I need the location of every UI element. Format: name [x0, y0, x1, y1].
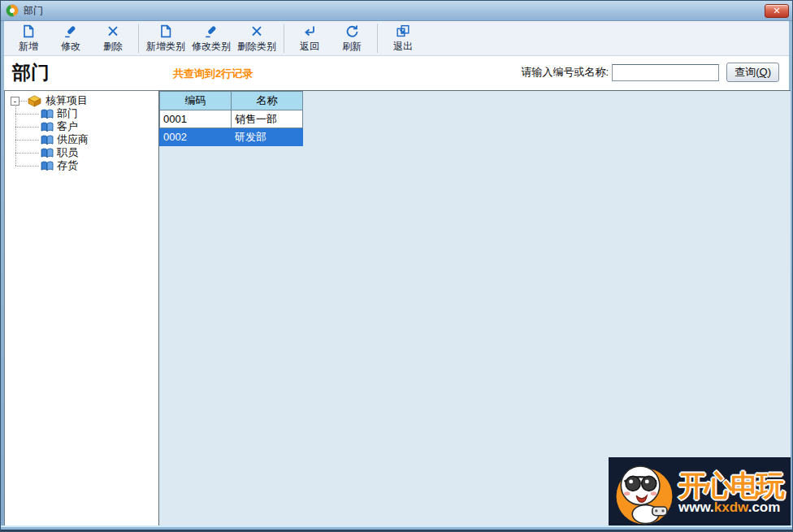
tree-node-supplier[interactable]: 供应商 [5, 133, 158, 146]
titlebar: 部门 ✕ [1, 1, 792, 21]
toolbar: 新增 修改 删除 新增类别 修改 [4, 21, 789, 56]
toolbar-button-edit-category[interactable]: 修改类别 [188, 22, 234, 55]
table-row[interactable]: 0001 销售一部 [160, 110, 303, 128]
tree-node-root[interactable]: - 核算项目 [5, 94, 158, 107]
toolbar-button-new-category[interactable]: 新增类别 [143, 22, 188, 55]
department-table: 编码 名称 0001 销售一部 0002 研发部 [159, 91, 303, 146]
header-band: 部门 共查询到2行记录 请输入编号或名称: 查询(Q) [4, 56, 789, 90]
close-button[interactable]: ✕ [765, 4, 789, 18]
edit-icon [63, 24, 79, 39]
accounting-items-tree: - 核算项目 部门 [5, 91, 158, 172]
window-bottom-border [1, 526, 792, 531]
search-input[interactable] [612, 64, 719, 81]
watermark-url-domain: kxdw [714, 500, 748, 515]
watermark-url: www.kxdw.com [678, 500, 782, 514]
back-icon [301, 24, 318, 39]
toolbar-button-label: 返回 [300, 40, 319, 54]
toolbar-separator [138, 24, 139, 53]
app-logo-icon [6, 4, 19, 17]
toolbar-separator [377, 24, 378, 53]
tree-node-staff[interactable]: 职员 [5, 146, 158, 159]
watermark-url-tld: .com [748, 500, 781, 515]
refresh-icon [344, 24, 360, 39]
watermark-url-www: www. [678, 500, 714, 515]
column-header-code[interactable]: 编码 [160, 92, 232, 110]
watermark-text: 开心电玩 www.kxdw.com [678, 471, 782, 514]
cell-name[interactable]: 销售一部 [232, 110, 303, 128]
toolbar-button-label: 新增类别 [146, 40, 185, 54]
delete-category-icon [249, 24, 265, 39]
toolbar-button-refresh[interactable]: 刷新 [331, 22, 373, 55]
tree-collapse-toggle[interactable]: - [11, 97, 20, 106]
tree-connector-line [20, 101, 27, 102]
table-row-selected[interactable]: 0002 研发部 [160, 128, 303, 146]
book-icon [41, 122, 54, 132]
cell-name[interactable]: 研发部 [232, 128, 303, 146]
delete-icon [105, 24, 121, 39]
book-icon [41, 135, 54, 145]
query-button-label: ) [768, 66, 771, 78]
toolbar-button-label: 新增 [19, 40, 38, 54]
toolbar-button-delete-category[interactable]: 删除类别 [234, 22, 280, 55]
toolbar-button-label: 修改 [61, 40, 80, 54]
toolbar-button-exit[interactable]: 退出 [382, 22, 424, 55]
tree-node-label: 存货 [57, 158, 78, 173]
query-button-hotkey: Q [760, 66, 768, 78]
record-count-status: 共查询到2行记录 [173, 67, 253, 81]
new-doc-icon [20, 24, 37, 39]
toolbar-button-label: 修改类别 [192, 40, 231, 54]
cell-code[interactable]: 0001 [160, 110, 232, 128]
search-label: 请输入编号或名称: [522, 65, 609, 80]
tree-node-inventory[interactable]: 存货 [5, 159, 158, 172]
tree-panel: - 核算项目 部门 [4, 90, 158, 527]
new-category-icon [158, 24, 174, 39]
cell-code[interactable]: 0002 [160, 128, 232, 146]
exit-icon [395, 24, 411, 39]
toolbar-button-edit[interactable]: 修改 [50, 22, 92, 55]
edit-category-icon [203, 24, 219, 39]
toolbar-button-label: 删除 [103, 40, 123, 54]
query-button-label: 查询( [734, 66, 759, 78]
book-icon [41, 109, 54, 119]
toolbar-button-label: 删除类别 [237, 40, 276, 54]
page-title: 部门 [12, 60, 50, 85]
window-title: 部门 [24, 4, 43, 18]
query-button[interactable]: 查询(Q) [726, 63, 779, 82]
close-icon: ✕ [773, 6, 780, 15]
toolbar-button-back[interactable]: 返回 [288, 22, 331, 55]
toolbar-button-new[interactable]: 新增 [7, 22, 50, 55]
toolbar-button-label: 退出 [393, 40, 413, 54]
toolbar-button-delete[interactable]: 删除 [92, 22, 134, 55]
tree-node-department[interactable]: 部门 [5, 107, 158, 120]
box-icon [27, 95, 42, 107]
watermark-brand: 开心电玩 [678, 471, 782, 500]
book-icon [41, 161, 54, 171]
column-header-name[interactable]: 名称 [232, 92, 303, 110]
tree-node-customer[interactable]: 客户 [5, 120, 158, 133]
book-icon [41, 148, 54, 158]
app-window: 部门 ✕ 新增 修改 删除 [0, 0, 793, 532]
kxdw-watermark: 开心电玩 www.kxdw.com [609, 457, 791, 527]
search-group: 请输入编号或名称: 查询(Q) [522, 63, 779, 82]
mascot-icon [610, 459, 678, 526]
toolbar-button-label: 刷新 [342, 40, 362, 54]
toolbar-separator [284, 24, 284, 53]
